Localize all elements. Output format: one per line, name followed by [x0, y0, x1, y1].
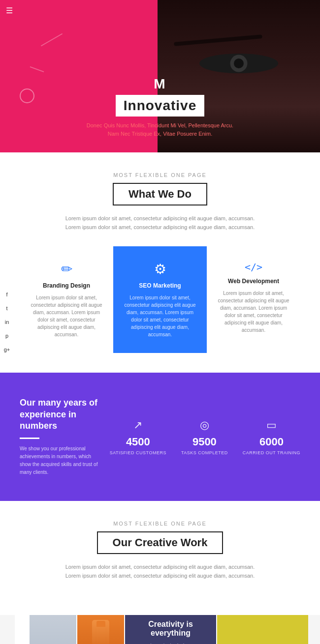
web-text: Lorem ipsum dolor sit amet, consectetur … — [217, 290, 290, 334]
pinterest-icon[interactable]: p — [2, 331, 12, 341]
creative-desc: Lorem ipsum dolor sit amet, consectetur … — [62, 563, 258, 580]
hero-title: Innovative — [124, 98, 196, 114]
hero-title-box: Innovative — [116, 95, 204, 117]
stats-right: ↗ 4500 Satisfied customers ◎ 9500 Tasks … — [110, 419, 300, 455]
seo-icon: ⚙ — [123, 261, 197, 277]
training-label: Carried out training — [243, 450, 300, 455]
what-we-do-desc: Lorem ipsum dolor sit amet, consectetur … — [62, 214, 258, 232]
stats-left: Our many years of experience in numbers … — [20, 397, 100, 476]
customers-label: Satisfied customers — [110, 450, 166, 455]
service-branding: ✏ Branding Design Lorem ipsum dolor sit … — [20, 246, 113, 353]
hero-content: M Innovative Donec Quis Nunc Mollis, Tin… — [86, 76, 234, 138]
service-web: </> Web Development Lorem ipsum dolor si… — [207, 246, 300, 353]
social-sidebar: f t in p g+ — [0, 286, 14, 358]
web-icon: </> — [217, 261, 290, 273]
portfolio-grid-top: Creativity is everything Lorem ipsum is … — [15, 615, 305, 644]
creative-work-section: Most flexible one page Our Creative Work… — [0, 501, 320, 615]
training-icon: ▭ — [243, 419, 300, 432]
tasks-number: 9500 — [181, 436, 228, 448]
services-row: ✏ Branding Design Lorem ipsum dolor sit … — [15, 246, 305, 353]
twitter-icon[interactable]: t — [2, 303, 12, 313]
creative-label: Most flexible one page — [15, 521, 305, 527]
google-icon[interactable]: g+ — [2, 345, 12, 354]
tasks-icon: ◎ — [181, 419, 228, 432]
what-we-do-label: Most flexible one page — [15, 172, 305, 178]
seo-text: Lorem ipsum dolor sit amet, consectetur … — [123, 294, 197, 338]
creativity-text: Lorem ipsum is simply dummy text of the … — [135, 643, 206, 644]
stats-section: Our many years of experience in numbers … — [0, 373, 320, 501]
branding-title: Branding Design — [30, 282, 103, 289]
stats-desc: We show you our professional achievement… — [20, 445, 100, 476]
stat-training: ▭ 6000 Carried out training — [243, 419, 300, 455]
what-we-do-section: Most flexible one page What We Do Lorem … — [0, 152, 320, 373]
portfolio-yellow — [217, 615, 308, 644]
stats-divider — [20, 438, 39, 439]
creativity-title: Creativity is everything — [135, 620, 206, 638]
deco-line-1 — [41, 33, 63, 47]
stats-title: Our many years of experience in numbers — [20, 397, 100, 432]
tasks-label: Tasks Completed — [181, 450, 228, 455]
branding-icon: ✏ — [30, 261, 103, 277]
stat-customers: ↗ 4500 Satisfied customers — [110, 419, 166, 455]
customers-icon: ↗ — [110, 419, 166, 432]
service-seo: ⚙ SEO Marketing Lorem ipsum dolor sit am… — [113, 246, 207, 353]
deco-circle — [20, 88, 34, 103]
portfolio-creativity: Creativity is everything Lorem ipsum is … — [125, 615, 216, 644]
facebook-icon[interactable]: f — [2, 290, 12, 299]
stat-tasks: ◎ 9500 Tasks Completed — [181, 419, 228, 455]
web-title: Web Development — [217, 278, 290, 285]
deco-line-2 — [30, 66, 44, 72]
portfolio-stool — [30, 615, 76, 644]
branding-text: Lorem ipsum dolor sit amet, consectetur … — [30, 294, 103, 338]
training-number: 6000 — [243, 436, 300, 448]
hero-section: ☰ M Innovative Donec Quis Nunc Mollis, T… — [0, 0, 320, 152]
hamburger-menu[interactable]: ☰ — [6, 6, 13, 15]
seo-title: SEO Marketing — [123, 282, 197, 289]
what-we-do-title: What We Do — [113, 183, 207, 205]
hero-subtitle: Donec Quis Nunc Mollis, Tincidunt Mi Vel… — [86, 121, 234, 138]
linkedin-icon[interactable]: in — [2, 317, 12, 327]
customers-number: 4500 — [110, 436, 166, 448]
hero-logo: M — [86, 76, 234, 92]
portfolio-bottle — [77, 615, 124, 644]
creative-title: Our Creative Work — [97, 531, 224, 554]
